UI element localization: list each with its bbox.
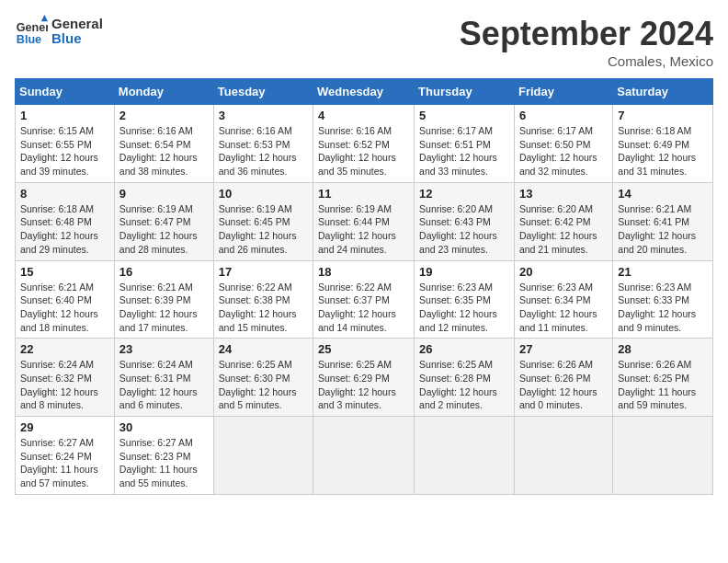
day-number: 3 [219,109,308,122]
table-row: 20Sunrise: 6:23 AMSunset: 6:34 PMDayligh… [514,260,612,339]
day-number: 5 [419,109,509,122]
day-number: 6 [519,109,608,122]
day-number: 17 [219,265,308,279]
table-row [613,417,713,495]
day-info: Sunrise: 6:27 AMSunset: 6:24 PMDaylight:… [20,437,98,488]
table-row: 13Sunrise: 6:20 AMSunset: 6:42 PMDayligh… [514,182,612,260]
table-row: 17Sunrise: 6:22 AMSunset: 6:38 PMDayligh… [213,260,313,339]
day-number: 9 [119,187,209,201]
day-number: 18 [318,265,409,279]
table-row: 28Sunrise: 6:26 AMSunset: 6:25 PMDayligh… [613,339,713,417]
day-number: 23 [119,342,209,356]
table-row [514,417,612,495]
day-number: 16 [119,265,209,279]
day-info: Sunrise: 6:22 AMSunset: 6:37 PMDaylight:… [318,282,396,333]
day-info: Sunrise: 6:21 AMSunset: 6:41 PMDaylight:… [618,203,696,255]
col-monday: Monday [114,79,213,105]
calendar-week-4: 22Sunrise: 6:24 AMSunset: 6:32 PMDayligh… [16,339,713,417]
day-info: Sunrise: 6:21 AMSunset: 6:40 PMDaylight:… [20,282,98,333]
svg-text:Blue: Blue [17,33,41,46]
day-info: Sunrise: 6:18 AMSunset: 6:49 PMDaylight:… [618,125,696,177]
day-number: 2 [119,109,209,122]
table-row: 30Sunrise: 6:27 AMSunset: 6:23 PMDayligh… [114,417,213,495]
day-number: 22 [20,342,109,356]
day-info: Sunrise: 6:20 AMSunset: 6:42 PMDaylight:… [519,203,597,255]
day-number: 24 [219,342,308,356]
table-row: 22Sunrise: 6:24 AMSunset: 6:32 PMDayligh… [16,339,115,417]
table-row: 23Sunrise: 6:24 AMSunset: 6:31 PMDayligh… [114,339,213,417]
table-row: 27Sunrise: 6:26 AMSunset: 6:26 PMDayligh… [514,339,612,417]
day-info: Sunrise: 6:25 AMSunset: 6:29 PMDaylight:… [318,359,396,410]
table-row: 9Sunrise: 6:19 AMSunset: 6:47 PMDaylight… [114,182,213,260]
table-row: 12Sunrise: 6:20 AMSunset: 6:43 PMDayligh… [415,182,515,260]
day-info: Sunrise: 6:25 AMSunset: 6:30 PMDaylight:… [219,359,297,410]
day-info: Sunrise: 6:23 AMSunset: 6:35 PMDaylight:… [419,282,497,333]
table-row: 3Sunrise: 6:16 AMSunset: 6:53 PMDaylight… [213,105,313,183]
day-info: Sunrise: 6:20 AMSunset: 6:43 PMDaylight:… [419,203,497,255]
table-row [213,417,313,495]
col-friday: Friday [514,79,612,105]
calendar-week-3: 15Sunrise: 6:21 AMSunset: 6:40 PMDayligh… [16,260,713,339]
day-info: Sunrise: 6:27 AMSunset: 6:23 PMDaylight:… [119,437,198,488]
day-info: Sunrise: 6:19 AMSunset: 6:44 PMDaylight:… [318,203,396,255]
day-info: Sunrise: 6:26 AMSunset: 6:26 PMDaylight:… [519,359,597,410]
day-info: Sunrise: 6:17 AMSunset: 6:50 PMDaylight:… [519,125,597,177]
day-number: 10 [219,187,308,201]
day-number: 29 [20,420,109,434]
day-number: 21 [618,265,708,279]
day-info: Sunrise: 6:26 AMSunset: 6:25 PMDaylight:… [618,359,696,410]
day-number: 27 [519,342,608,356]
table-row: 14Sunrise: 6:21 AMSunset: 6:41 PMDayligh… [613,182,713,260]
table-row: 26Sunrise: 6:25 AMSunset: 6:28 PMDayligh… [415,339,515,417]
day-info: Sunrise: 6:21 AMSunset: 6:39 PMDaylight:… [119,282,198,333]
col-wednesday: Wednesday [313,79,415,105]
day-info: Sunrise: 6:23 AMSunset: 6:33 PMDaylight:… [618,282,696,333]
calendar-week-1: 1Sunrise: 6:15 AMSunset: 6:55 PMDaylight… [16,105,713,183]
day-info: Sunrise: 6:24 AMSunset: 6:32 PMDaylight:… [20,359,98,410]
day-number: 25 [318,342,409,356]
col-tuesday: Tuesday [213,79,313,105]
table-row: 1Sunrise: 6:15 AMSunset: 6:55 PMDaylight… [16,105,115,183]
table-row: 16Sunrise: 6:21 AMSunset: 6:39 PMDayligh… [114,260,213,339]
day-number: 26 [419,342,509,356]
table-row: 2Sunrise: 6:16 AMSunset: 6:54 PMDaylight… [114,105,213,183]
svg-marker-2 [41,15,48,21]
day-info: Sunrise: 6:24 AMSunset: 6:31 PMDaylight:… [119,359,198,410]
page-header: General Blue General Blue September 2024… [15,15,713,69]
day-info: Sunrise: 6:19 AMSunset: 6:45 PMDaylight:… [219,203,297,255]
logo-icon: General Blue [15,15,48,48]
day-info: Sunrise: 6:16 AMSunset: 6:54 PMDaylight:… [119,125,198,177]
table-row: 15Sunrise: 6:21 AMSunset: 6:40 PMDayligh… [16,260,115,339]
day-info: Sunrise: 6:23 AMSunset: 6:34 PMDaylight:… [519,282,597,333]
day-info: Sunrise: 6:25 AMSunset: 6:28 PMDaylight:… [419,359,497,410]
title-area: September 2024 Comales, Mexico [460,15,713,69]
day-number: 20 [519,265,608,279]
day-info: Sunrise: 6:16 AMSunset: 6:52 PMDaylight:… [318,125,396,177]
day-number: 19 [419,265,509,279]
location: Comales, Mexico [460,53,713,69]
table-row: 11Sunrise: 6:19 AMSunset: 6:44 PMDayligh… [313,182,415,260]
calendar-week-2: 8Sunrise: 6:18 AMSunset: 6:48 PMDaylight… [16,182,713,260]
col-thursday: Thursday [415,79,515,105]
table-row: 29Sunrise: 6:27 AMSunset: 6:24 PMDayligh… [16,417,115,495]
logo-text-general: General [51,17,103,32]
day-number: 7 [618,109,708,122]
table-row: 10Sunrise: 6:19 AMSunset: 6:45 PMDayligh… [213,182,313,260]
logo: General Blue General Blue [15,15,103,48]
day-info: Sunrise: 6:22 AMSunset: 6:38 PMDaylight:… [219,282,297,333]
table-row: 6Sunrise: 6:17 AMSunset: 6:50 PMDaylight… [514,105,612,183]
day-number: 13 [519,187,608,201]
table-row: 25Sunrise: 6:25 AMSunset: 6:29 PMDayligh… [313,339,415,417]
day-info: Sunrise: 6:16 AMSunset: 6:53 PMDaylight:… [219,125,297,177]
day-number: 8 [20,187,109,201]
day-number: 14 [618,187,708,201]
month-title: September 2024 [460,15,713,53]
logo-text-blue: Blue [51,31,103,47]
table-row: 5Sunrise: 6:17 AMSunset: 6:51 PMDaylight… [415,105,515,183]
calendar-table: Sunday Monday Tuesday Wednesday Thursday… [15,78,713,495]
day-info: Sunrise: 6:15 AMSunset: 6:55 PMDaylight:… [20,125,98,177]
day-info: Sunrise: 6:18 AMSunset: 6:48 PMDaylight:… [20,203,98,255]
day-number: 1 [20,109,109,122]
day-info: Sunrise: 6:17 AMSunset: 6:51 PMDaylight:… [419,125,497,177]
calendar-week-5: 29Sunrise: 6:27 AMSunset: 6:24 PMDayligh… [16,417,713,495]
